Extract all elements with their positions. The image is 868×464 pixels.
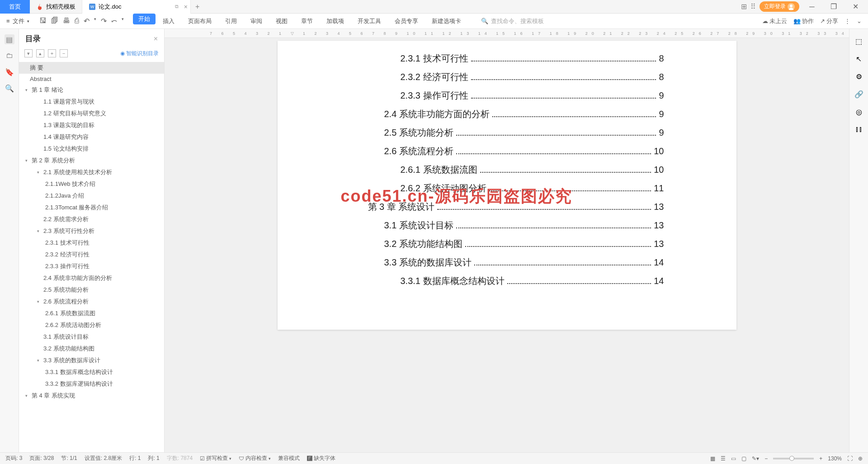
- cooperate-button[interactable]: 👥协作: [793, 17, 814, 25]
- location-icon[interactable]: ◎: [856, 108, 862, 116]
- outline-item-15[interactable]: 2.3.1 技术可行性: [19, 237, 164, 249]
- outline-item-4[interactable]: 1.2 研究目标与研究意义: [19, 108, 164, 119]
- ribbon-tab-1[interactable]: 插入: [156, 14, 181, 29]
- close-window-button[interactable]: ✕: [846, 2, 864, 11]
- toc-line-8[interactable]: 第 3 章 系统设计13: [368, 201, 664, 213]
- toc-line-0[interactable]: 2.3.1 技术可行性8: [368, 52, 664, 65]
- search-side-icon[interactable]: 🔍: [5, 83, 14, 93]
- print-icon[interactable]: 🖶: [63, 17, 70, 25]
- bookmark-icon[interactable]: 🔖: [5, 67, 14, 77]
- tab-detach-icon[interactable]: ⧉: [175, 4, 179, 9]
- ribbon-tab-3[interactable]: 引用: [219, 14, 243, 29]
- outline-item-16[interactable]: 2.3.2 经济可行性: [19, 249, 164, 260]
- ruler[interactable]: 7 6 5 4 3 2 1 ▽ 1 2 3 4 5 6 7 8 9 10 11 …: [165, 29, 849, 38]
- outline-item-21[interactable]: 2.6.1 系统数据流图: [19, 308, 164, 319]
- outline-item-3[interactable]: 1.1 课题背景与现状: [19, 96, 164, 108]
- expand-icon[interactable]: ⊕: [858, 455, 863, 462]
- content-check[interactable]: 🛡内容检查▾: [239, 455, 271, 462]
- grid-icon[interactable]: ⠿: [750, 2, 756, 11]
- outline-item-8[interactable]: ▾第 2 章 系统分析: [19, 155, 164, 166]
- toc-line-4[interactable]: 2.5 系统功能分析9: [368, 127, 664, 139]
- tab-document[interactable]: W 论文.doc ⧉ ×: [82, 0, 191, 14]
- outline-item-14[interactable]: ▾2.3 系统可行性分析: [19, 225, 164, 237]
- outline-icon[interactable]: ▤: [5, 34, 14, 44]
- toc-line-7[interactable]: 2.6.2 系统活动图分析11: [368, 182, 664, 194]
- status-page[interactable]: 页面: 3/28: [29, 455, 54, 462]
- outline-item-0[interactable]: 摘 要: [19, 62, 164, 74]
- reader-icon[interactable]: ⫿⫿: [855, 125, 863, 133]
- outline-item-18[interactable]: 2.4 系统非功能方面的分析: [19, 272, 164, 284]
- login-button[interactable]: 立即登录: [760, 1, 799, 12]
- undo-dropdown-icon[interactable]: ▾: [94, 17, 96, 25]
- outline-item-25[interactable]: ▾3.3 系统的数据库设计: [19, 355, 164, 366]
- toolbar-dropdown-icon[interactable]: ▾: [122, 17, 124, 25]
- smart-toc-button[interactable]: ◉ 智能识别目录: [120, 50, 159, 57]
- status-section[interactable]: 节: 1/1: [61, 455, 77, 462]
- status-pageno[interactable]: 页码: 3: [5, 455, 22, 462]
- print-preview-icon[interactable]: ⎙: [75, 17, 79, 25]
- toc-line-3[interactable]: 2.4 系统非功能方面的分析9: [368, 108, 664, 120]
- fullscreen-icon[interactable]: ⛶: [847, 455, 853, 462]
- toc-line-6[interactable]: 2.6.1 系统数据流图10: [368, 164, 664, 176]
- outline-item-28[interactable]: ▾第 4 章 系统实现: [19, 390, 164, 402]
- outline-item-1[interactable]: Abstract: [19, 74, 164, 84]
- cloud-status[interactable]: ☁未上云: [762, 17, 787, 25]
- save-icon[interactable]: 🖫: [39, 17, 47, 25]
- toc-line-2[interactable]: 2.3.3 操作可行性9: [368, 90, 664, 102]
- outline-item-23[interactable]: 3.1 系统设计目标: [19, 331, 164, 343]
- missing-font[interactable]: 🅵缺失字体: [307, 455, 335, 462]
- view-page-icon[interactable]: ▦: [710, 455, 715, 462]
- zoom-level[interactable]: 130%: [828, 455, 842, 462]
- command-search[interactable]: 🔍 查找命令、搜索模板: [481, 17, 544, 25]
- toc-line-9[interactable]: 3.1 系统设计目标13: [368, 219, 664, 232]
- file-menu[interactable]: ≡ 文件 ▾: [6, 17, 35, 25]
- outline-level-down-button[interactable]: ▾: [24, 49, 33, 57]
- ribbon-tab-5[interactable]: 视图: [269, 14, 294, 29]
- outline-item-11[interactable]: 2.1.2Java 介绍: [19, 190, 164, 202]
- view-outline-icon[interactable]: ☰: [721, 455, 726, 462]
- spellcheck-toggle[interactable]: ☑拼写检查▾: [200, 455, 231, 462]
- view-web-icon[interactable]: ▢: [741, 455, 746, 462]
- outline-item-13[interactable]: 2.2 系统需求分析: [19, 213, 164, 225]
- document-scroll[interactable]: code51.cn-源码乐园盗图必究 2.3.1 技术可行性82.3.2 经济可…: [165, 38, 849, 452]
- redo-icon[interactable]: ↷: [101, 17, 107, 25]
- outline-level-up-button[interactable]: ▴: [36, 49, 44, 57]
- status-setting[interactable]: 设置值: 2.8厘米: [85, 455, 122, 462]
- folder-icon[interactable]: 🗀: [5, 51, 14, 61]
- tab-templates[interactable]: 找稻壳模板: [30, 0, 82, 14]
- ribbon-tab-2[interactable]: 页面布局: [182, 14, 218, 29]
- select-tool-icon[interactable]: ⬚: [855, 37, 862, 46]
- layout-icon[interactable]: ⊞: [741, 2, 747, 11]
- link-icon[interactable]: 🔗: [854, 90, 863, 99]
- pen-icon[interactable]: ✎▾: [752, 455, 759, 462]
- outline-item-12[interactable]: 2.1.3Tomcat 服务器介绍: [19, 202, 164, 213]
- status-compat[interactable]: 兼容模式: [278, 455, 300, 462]
- panel-close-icon[interactable]: ×: [154, 35, 158, 43]
- outline-item-6[interactable]: 1.4 课题研究内容: [19, 131, 164, 143]
- outline-item-7[interactable]: 1.5 论文结构安排: [19, 143, 164, 155]
- collapse-icon[interactable]: ⌄: [857, 18, 862, 24]
- ribbon-tab-10[interactable]: 新建选项卡: [425, 14, 467, 29]
- toc-line-11[interactable]: 3.3 系统的数据库设计14: [368, 256, 664, 269]
- outline-item-2[interactable]: ▾第 1 章 绪论: [19, 84, 164, 96]
- ribbon-tab-8[interactable]: 开发工具: [351, 14, 387, 29]
- status-row[interactable]: 行: 1: [129, 455, 141, 462]
- undo-icon[interactable]: ↶: [84, 17, 90, 25]
- minimize-button[interactable]: ─: [803, 3, 821, 11]
- ribbon-tab-9[interactable]: 会员专享: [388, 14, 425, 29]
- status-col[interactable]: 列: 1: [148, 455, 159, 462]
- toc-line-1[interactable]: 2.3.2 经济可行性8: [368, 71, 664, 83]
- zoom-in-button[interactable]: +: [819, 455, 822, 462]
- outline-item-17[interactable]: 2.3.3 操作可行性: [19, 260, 164, 272]
- outline-item-20[interactable]: ▾2.6 系统流程分析: [19, 296, 164, 308]
- outline-item-9[interactable]: ▾2.1 系统使用相关技术分析: [19, 166, 164, 178]
- ribbon-tab-4[interactable]: 审阅: [244, 14, 269, 29]
- outline-item-5[interactable]: 1.3 课题实现的目标: [19, 119, 164, 131]
- new-tab-button[interactable]: +: [191, 3, 204, 11]
- settings-icon[interactable]: ⚙: [856, 72, 862, 81]
- tab-home[interactable]: 首页: [0, 0, 30, 14]
- share-button[interactable]: ↗分享: [820, 17, 838, 25]
- outline-item-22[interactable]: 2.6.2 系统活动图分析: [19, 319, 164, 331]
- zoom-out-button[interactable]: −: [764, 455, 768, 462]
- zoom-slider[interactable]: [773, 458, 814, 459]
